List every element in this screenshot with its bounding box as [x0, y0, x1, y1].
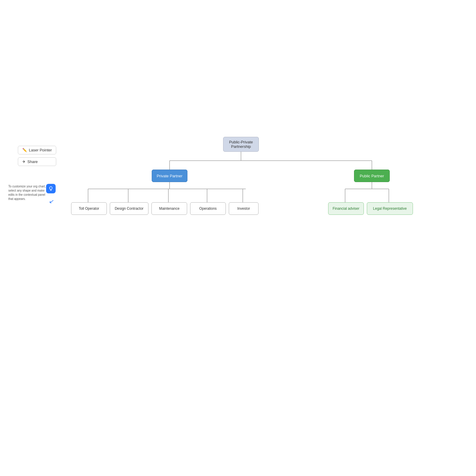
- laser-pointer-button[interactable]: ✏️ Laser Pointer: [18, 146, 56, 154]
- financial-adviser-node[interactable]: Financial adviser: [328, 202, 364, 215]
- private-partner-label: Private Partner: [157, 174, 183, 178]
- laser-pointer-icon: ✏️: [22, 148, 27, 152]
- share-label: Share: [27, 159, 38, 164]
- investor-node[interactable]: Investor: [229, 202, 259, 215]
- maintenance-node[interactable]: Maintenance: [151, 202, 187, 215]
- private-partner-node[interactable]: Private Partner: [152, 170, 187, 182]
- legal-representative-node[interactable]: Legal Representative: [367, 202, 413, 215]
- root-node[interactable]: Public-Private Partnership: [223, 137, 259, 152]
- laser-pointer-label: Laser Pointer: [29, 148, 52, 152]
- operations-node[interactable]: Operations: [190, 202, 226, 215]
- root-label: Public-Private Partnership: [226, 140, 256, 149]
- toll-operator-node[interactable]: Toll Operator: [71, 202, 107, 215]
- public-partner-label: Public Partner: [360, 174, 384, 178]
- tip-text: To customize your org chart, select any …: [8, 184, 50, 201]
- share-icon: ✈: [22, 159, 26, 164]
- tip-icon: [46, 184, 56, 193]
- design-contractor-node[interactable]: Design Contractor: [110, 202, 148, 215]
- public-partner-node[interactable]: Public Partner: [354, 170, 390, 182]
- toolbar: ✏️ Laser Pointer ✈ Share: [18, 146, 56, 166]
- share-button[interactable]: ✈ Share: [18, 157, 56, 166]
- tip-arrow: ↙: [48, 198, 55, 206]
